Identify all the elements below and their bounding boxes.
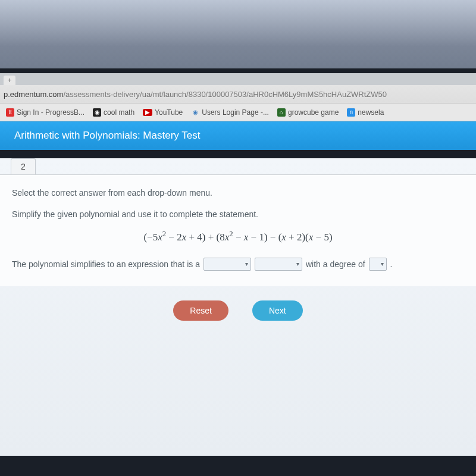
question-tabs: 2 — [0, 158, 476, 174]
bookmarks-bar: tt Sign In - ProgressB... ◉ cool math ▶ … — [0, 103, 476, 121]
dropdown-degree[interactable]: ▾ — [369, 258, 387, 271]
bookmark-icon: n — [347, 108, 355, 117]
new-tab-button[interactable]: + — [4, 76, 15, 85]
photo-reflection — [0, 0, 476, 77]
bookmark-label: YouTube — [155, 108, 183, 117]
instruction: Select the correct answer from each drop… — [12, 188, 464, 198]
address-bar[interactable]: p.edmentum.com/assessments-delivery/ua/m… — [0, 85, 476, 103]
bookmark-icon: tt — [6, 108, 14, 117]
bookmark-youtube[interactable]: ▶ YouTube — [143, 108, 183, 117]
screen: + p.edmentum.com/assessments-delivery/ua… — [0, 68, 476, 476]
bookmark-icon: ⌂ — [277, 108, 286, 117]
bookmark-label: growcube game — [288, 108, 339, 117]
fill-sentence: The polynomial simplifies to an expressi… — [12, 258, 464, 271]
sentence-mid: with a degree of — [306, 259, 365, 269]
dropdown-expression-type-1[interactable]: ▾ — [203, 258, 251, 271]
bookmark-label: Users Login Page -... — [202, 108, 269, 117]
url-path: /assessments-delivery/ua/mt/launch/8330/… — [63, 90, 387, 99]
content-body: 2 Select the correct answer from each dr… — [0, 158, 476, 456]
youtube-icon: ▶ — [143, 109, 152, 116]
browser-chrome: + p.edmentum.com/assessments-delivery/ua… — [0, 73, 476, 121]
bookmark-coolmath[interactable]: ◉ cool math — [93, 108, 134, 117]
sentence-period: . — [390, 259, 393, 269]
url-domain: p.edmentum.com — [4, 90, 63, 99]
bookmark-label: cool math — [104, 108, 134, 117]
nav-buttons: Reset Next — [0, 286, 476, 335]
next-button[interactable]: Next — [252, 300, 303, 321]
reset-button[interactable]: Reset — [173, 300, 228, 321]
bookmark-label: Sign In - ProgressB... — [17, 108, 84, 117]
polynomial-expression: (−5x2 − 2x + 4) + (8x2 − x − 1) − (x + 2… — [12, 230, 464, 243]
bookmark-signin[interactable]: tt Sign In - ProgressB... — [6, 108, 84, 117]
bookmark-growcube[interactable]: ⌂ growcube game — [277, 108, 339, 117]
question-number-tab[interactable]: 2 — [11, 158, 36, 174]
sub-instruction: Simplify the given polynomial and use it… — [12, 209, 464, 219]
tab-strip: + — [0, 73, 476, 85]
sentence-prefix: The polynomial simplifies to an expressi… — [12, 259, 200, 269]
bookmark-users-login[interactable]: ◉ Users Login Page -... — [191, 108, 269, 117]
page-title: Arithmetic with Polynomials: Mastery Tes… — [0, 121, 476, 150]
bookmark-icon: ◉ — [93, 108, 101, 117]
bookmark-newsela[interactable]: n newsela — [347, 108, 384, 117]
bookmark-icon: ◉ — [191, 108, 199, 117]
dropdown-expression-type-2[interactable]: ▾ — [255, 258, 302, 271]
question-panel: Select the correct answer from each drop… — [0, 174, 476, 286]
bookmark-label: newsela — [358, 108, 384, 117]
